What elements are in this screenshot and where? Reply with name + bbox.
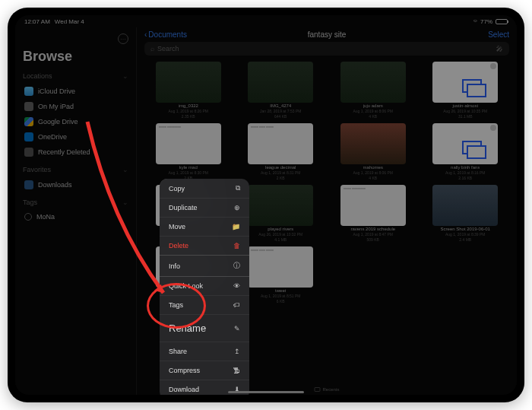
menu-item-delete[interactable]: Delete🗑: [160, 237, 249, 256]
sidebar-item-onedrive[interactable]: OneDrive: [23, 129, 128, 145]
file-item[interactable]: ━━━━━ ━━━━ ━━━━━ravens 2019 scheduleAug …: [329, 185, 417, 242]
select-button[interactable]: Select: [488, 30, 509, 39]
file-date: Aug 1, 2019 at 8:51 PM: [261, 294, 301, 298]
menu-label: Duplicate: [169, 204, 198, 211]
menu-label: Move: [169, 223, 185, 230]
sidebar-item-recentlydeleted[interactable]: Recently Deleted: [23, 145, 128, 160]
file-size: 509 KB: [367, 237, 379, 242]
file-name: nally binh fans: [451, 165, 480, 170]
sidebar-item-icloud[interactable]: iCloud Drive: [23, 84, 128, 99]
copy-icon: ⧉: [236, 184, 240, 192]
cloud-icon: [24, 87, 33, 96]
status-bar: 12:07 AM Wed Mar 4 ⌔ 77%: [15, 15, 517, 27]
sidebar-item-onmyipad[interactable]: On My iPad: [23, 99, 128, 114]
file-size: 6 KB: [277, 299, 285, 304]
file-thumbnail: [248, 185, 313, 226]
menu-item-move[interactable]: Move📁: [160, 218, 249, 237]
status-time: 12:07 AM: [24, 18, 50, 25]
file-item[interactable]: mahomesAug 1, 2019 at 8:06 PM4 KB: [329, 123, 417, 180]
mic-icon[interactable]: 🎤︎: [496, 45, 503, 52]
file-item[interactable]: justin-almostAug 26, 2019 at 10:35 PM31.…: [422, 62, 510, 119]
file-name: played rivers: [268, 227, 293, 231]
menu-label: Download: [169, 386, 199, 393]
sidebar-item-downloads[interactable]: Downloads: [23, 177, 128, 192]
context-menu: Copy⧉Duplicate⊕Move📁Delete🗑InfoⓘQuick Lo…: [160, 179, 249, 395]
gdrive-icon: [24, 117, 33, 126]
sidebar-item-tag[interactable]: MoNa: [23, 210, 128, 224]
onedrive-icon: [24, 132, 33, 141]
file-size: 2 KB: [277, 176, 285, 180]
menu-label: Copy: [169, 185, 185, 192]
file-thumbnail: [340, 62, 406, 103]
recents-icon[interactable]: [314, 387, 320, 392]
favorites-header[interactable]: Favorites⌄: [23, 166, 128, 173]
battery-icon: [496, 19, 508, 24]
file-item[interactable]: ━━━━━ ━━━━ ━━━━━tweetAug 1, 2019 at 8:51…: [237, 246, 325, 304]
menu-item-duplicate[interactable]: Duplicate⊕: [160, 199, 249, 218]
menu-label: Delete: [169, 242, 188, 249]
file-thumbnail: [432, 123, 498, 164]
search-icon: ⌕: [150, 45, 154, 52]
file-item[interactable]: Screen Shot 2019-06-01Aug 1, 2019 at 8:3…: [422, 185, 510, 242]
rename-icon: ✎: [234, 325, 240, 332]
tags-header[interactable]: Tags⌄: [23, 199, 128, 206]
file-date: Aug 1, 2019 at 8:06 PM: [353, 170, 393, 175]
compress-icon: 🗜: [233, 367, 240, 374]
search-placeholder: Search: [157, 45, 179, 52]
file-item[interactable]: ━━━━━ ━━━━ ━━━━━league decimalAug 1, 201…: [237, 123, 325, 180]
menu-label: Share: [169, 348, 187, 355]
file-item[interactable]: IMG_4274Jan 28, 2019 at 7:53 PM644 KB: [237, 62, 325, 119]
menu-item-quick-look[interactable]: Quick Look👁: [160, 277, 249, 296]
home-indicator[interactable]: [228, 391, 304, 393]
dock-label[interactable]: Recents: [322, 387, 339, 392]
battery-percent: 77%: [480, 18, 492, 25]
menu-item-share[interactable]: Share↥: [160, 342, 249, 361]
menu-item-info[interactable]: Infoⓘ: [160, 256, 249, 277]
chevron-down-icon: ⌄: [122, 72, 128, 80]
ipad-icon: [24, 102, 33, 111]
file-item[interactable]: juju adamAug 1, 2019 at 8:06 PM4 KB: [329, 62, 417, 119]
file-thumbnail: [432, 185, 498, 226]
file-item[interactable]: ━━━━━ ━━━━ ━━━━━kyle madAug 1, 2019 at 8…: [144, 123, 233, 180]
file-size: 2.35 KB: [182, 114, 195, 119]
locations-header[interactable]: Locations⌄: [23, 72, 128, 80]
file-date: Aug 1, 2019 at 8:30 PM: [168, 170, 208, 175]
chevron-left-icon: ‹: [144, 30, 147, 39]
file-item[interactable]: played riversAug 26, 2019 at 10:32 PM4.1…: [237, 185, 325, 242]
file-item[interactable]: img_0322Aug 1, 2019 at 8:26 PM2.35 KB: [144, 62, 233, 119]
file-thumbnail: [156, 62, 221, 103]
move-icon: 📁: [232, 223, 240, 230]
tag-circle-icon: [24, 213, 32, 221]
file-date: Jan 28, 2019 at 7:53 PM: [260, 109, 301, 113]
menu-item-rename[interactable]: Rename✎: [160, 315, 249, 342]
file-thumbnail: ━━━━━ ━━━━ ━━━━━: [340, 185, 406, 226]
file-size: 31.1 MB: [458, 114, 473, 119]
file-name: league decimal: [265, 165, 296, 170]
menu-item-compress[interactable]: Compress🗜: [160, 361, 249, 380]
file-date: Aug 1, 2019 at 8:31 PM: [261, 170, 301, 175]
file-date: Aug 1, 2019 at 8:16 PM: [445, 170, 486, 175]
wifi-icon: ⌔: [473, 18, 477, 25]
file-name: tweet: [275, 288, 286, 293]
folder-icon: [24, 180, 33, 189]
delete-icon: 🗑: [233, 242, 240, 249]
file-name: juju adam: [363, 103, 383, 108]
file-name: ravens 2019 schedule: [350, 227, 395, 231]
more-icon[interactable]: ⋯: [118, 33, 128, 44]
menu-label: Rename: [169, 323, 206, 334]
menu-item-copy[interactable]: Copy⧉: [160, 179, 249, 199]
sidebar: ⋯ Browse Locations⌄ iCloud Drive On My i…: [15, 27, 137, 395]
file-thumbnail: ━━━━━ ━━━━ ━━━━━: [248, 123, 313, 164]
back-button[interactable]: ‹Documents: [144, 30, 187, 39]
status-date: Wed Mar 4: [55, 18, 84, 25]
share-icon: ↥: [234, 348, 240, 355]
file-size: 4 KB: [369, 114, 377, 119]
tags-icon: 🏷: [233, 301, 240, 309]
file-size: 2.16 KB: [458, 176, 472, 180]
file-date: Aug 26, 2019 at 10:32 PM: [258, 232, 302, 237]
search-field[interactable]: ⌕ Search 🎤︎: [144, 42, 509, 56]
sidebar-item-gdrive[interactable]: Google Drive: [23, 114, 128, 129]
file-item[interactable]: nally binh fansAug 1, 2019 at 8:16 PM2.1…: [422, 123, 510, 180]
file-thumbnail: ━━━━━ ━━━━ ━━━━━: [156, 123, 221, 164]
menu-item-tags[interactable]: Tags🏷: [160, 296, 249, 315]
